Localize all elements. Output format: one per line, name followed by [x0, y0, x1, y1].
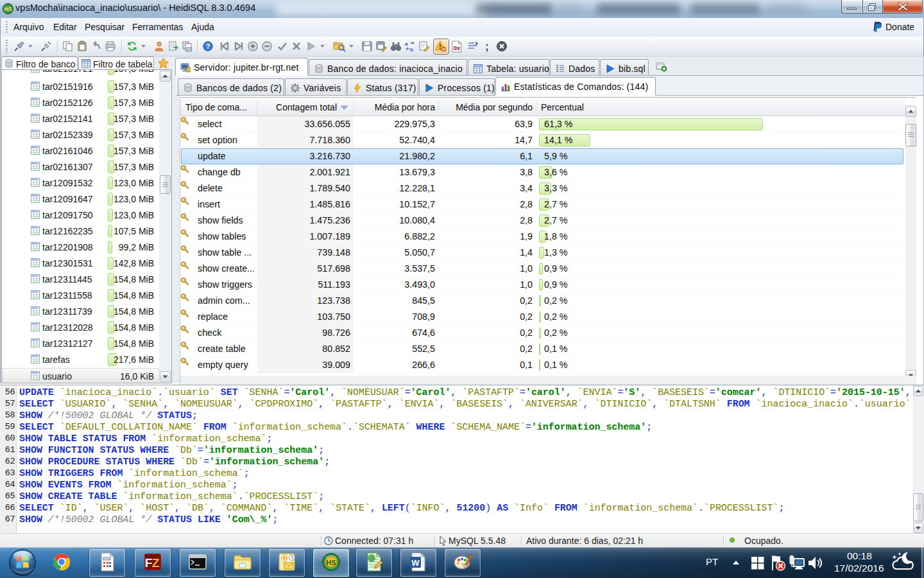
svg-text:Z: Z — [152, 556, 160, 570]
svg-text:W: W — [411, 558, 420, 568]
svg-text:b: b — [410, 47, 413, 52]
svg-text:0x: 0x — [454, 44, 461, 51]
svg-text:HS: HS — [326, 559, 336, 566]
svg-text:?: ? — [206, 42, 210, 50]
svg-text:F: F — [145, 556, 153, 570]
svg-text:HS: HS — [4, 6, 12, 12]
svg-text:O: O — [282, 555, 287, 562]
svg-text:a: a — [405, 41, 408, 47]
